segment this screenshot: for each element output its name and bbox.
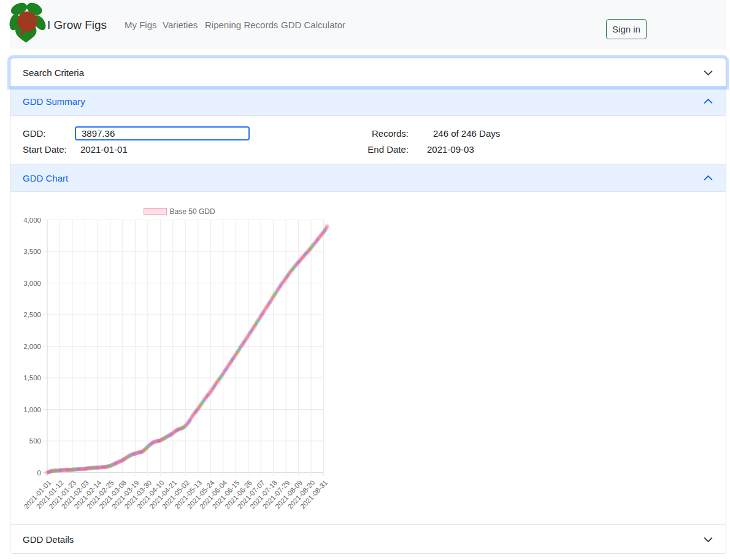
svg-text:3,500: 3,500 [23,248,41,255]
svg-text:2,000: 2,000 [23,343,41,350]
svg-text:Base 50 GDD: Base 50 GDD [170,207,215,216]
svg-text:1,000: 1,000 [23,406,41,413]
svg-text:0: 0 [37,469,41,477]
svg-text:2,500: 2,500 [23,311,41,318]
svg-text:500: 500 [29,437,41,445]
svg-text:4,000: 4,000 [23,217,41,224]
svg-text:1,500: 1,500 [23,374,41,382]
svg-text:3,000: 3,000 [23,280,41,287]
